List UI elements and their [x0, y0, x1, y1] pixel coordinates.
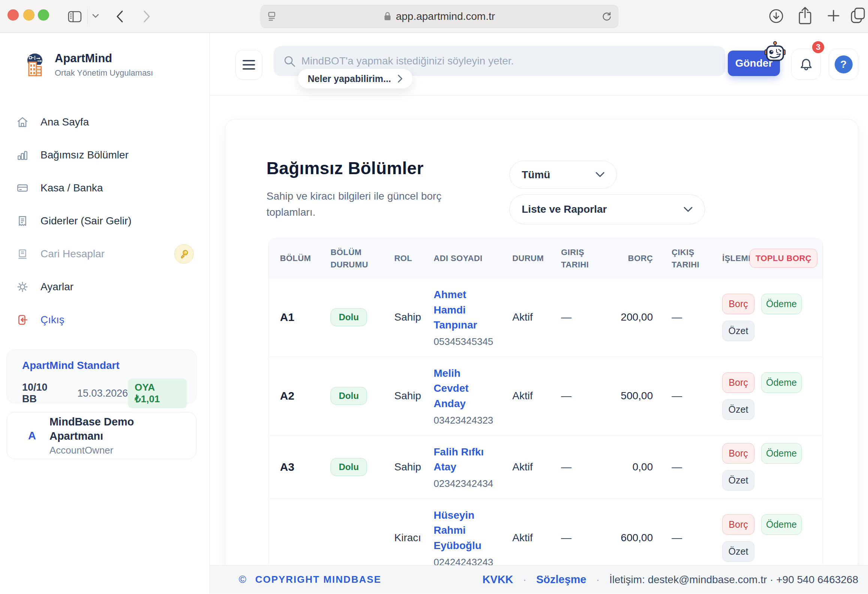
person-name-link[interactable]: Hüseyin Rahmi Eyüboğlu [434, 508, 497, 554]
sidebar-item-label: Giderler (Sair Gelir) [40, 215, 132, 227]
filter-dropdown-all[interactable]: Tümü [509, 161, 617, 189]
tabs-icon[interactable] [850, 7, 866, 24]
borc-button[interactable]: Borç [722, 514, 754, 535]
status-badge: Dolu [331, 458, 367, 476]
bar-chart-icon [16, 149, 28, 161]
cell-durum: Aktif [501, 461, 550, 473]
ozet-button[interactable]: Özet [722, 399, 754, 420]
page-subtitle: Sahip ve kiracı bilgileri ile güncel bor… [266, 188, 465, 221]
hint-pill-label: Neler yapabilirim... [308, 73, 391, 84]
home-icon [16, 116, 28, 128]
borc-button[interactable]: Borç [722, 294, 754, 314]
filter-dropdown-view[interactable]: Liste ve Raporlar [509, 194, 705, 224]
units-table: BÖLÜM BÖLÜM DURUMU ROL ADI SOYADI DURUM … [268, 238, 823, 594]
odeme-button[interactable]: Ödeme [761, 514, 802, 535]
sidebar-item-cikis[interactable]: Çıkış [0, 303, 210, 336]
plan-card[interactable]: ApartMind Standart 10/10 BB 15.03.2026 O… [7, 349, 196, 403]
new-tab-icon[interactable] [826, 9, 841, 23]
chevron-right-icon [398, 75, 403, 83]
ozet-button[interactable]: Özet [722, 321, 754, 341]
account-card[interactable]: A MindBase Demo Apartmanı AccountOwner [7, 412, 196, 459]
account-role: AccountOwner [49, 445, 145, 456]
cell-borc: 0,00 [606, 461, 653, 473]
sidebar: ApartMind Ortak Yönetim Uygulaması Ana S… [0, 33, 210, 594]
toplu-borc-badge[interactable]: TOPLU BORÇ [750, 249, 817, 268]
ozet-button[interactable]: Özet [722, 470, 754, 491]
col-bolum-durumu: BÖLÜM DURUMU [319, 246, 383, 271]
sidebar-item-label: Cari Hesaplar [40, 248, 105, 260]
person-name-link[interactable]: Falih Rıfkı Atay [434, 445, 497, 475]
hint-pill-button[interactable]: Neler yapabilirim... [298, 69, 413, 89]
odeme-button[interactable]: Ödeme [761, 443, 802, 464]
help-button[interactable]: ? [829, 49, 858, 80]
cell-rol: Sahip [383, 390, 422, 402]
table-row: A3 Dolu Sahip Falih Rıfkı Atay 023423424… [269, 435, 823, 498]
credit-card-icon [16, 182, 28, 194]
person-name-link[interactable]: Melih Cevdet Anday [434, 366, 497, 412]
plan-title: ApartMind Standart [22, 360, 120, 372]
mindbot-robot-icon [764, 41, 786, 62]
chevron-down-icon [684, 207, 693, 212]
copyright-icon: © [239, 574, 246, 585]
app-subtitle: Ortak Yönetim Uygulaması [55, 68, 153, 78]
status-badge: Dolu [331, 387, 367, 405]
reload-icon[interactable] [602, 11, 612, 22]
bagimsiz-bolumler-card: Bağımsız Bölümler Sahip ve kiracı bilgil… [225, 119, 858, 594]
notification-count-badge: 3 [811, 40, 825, 54]
borc-button[interactable]: Borç [722, 372, 754, 393]
logout-icon [16, 314, 28, 326]
sidebar-item-giderler[interactable]: Giderler (Sair Gelir) [0, 204, 210, 237]
odeme-button[interactable]: Ödeme [761, 294, 802, 314]
ozet-button[interactable]: Özet [722, 541, 754, 562]
cell-giris: — [550, 390, 606, 402]
copyright-text: COPYRIGHT MINDBASE [255, 574, 381, 585]
cell-giris: — [550, 311, 606, 323]
hamburger-icon [242, 60, 255, 70]
gear-icon [16, 281, 28, 293]
cell-giris: — [550, 461, 606, 473]
close-window-button[interactable] [7, 9, 19, 21]
footer-separator: · [596, 574, 599, 586]
apartmind-logo [24, 53, 46, 76]
odeme-button[interactable]: Ödeme [761, 372, 802, 393]
url-text[interactable]: app.apartmind.com.tr [396, 10, 495, 22]
sidebar-item-label: Kasa / Banka [40, 182, 103, 194]
sidebar-item-ana-sayfa[interactable]: Ana Sayfa [0, 106, 210, 139]
col-adi-soyadi: ADI SOYADI [422, 252, 501, 264]
sidebar-item-bagimsiz-bolumler[interactable]: Bağımsız Bölümler [0, 139, 210, 172]
cell-cikis: — [653, 532, 703, 544]
plan-expiry-date: 15.03.2026 [77, 388, 128, 399]
browser-chrome: app.apartmind.com.tr [0, 0, 868, 33]
kvkk-link[interactable]: KVKK [482, 573, 513, 586]
share-icon[interactable] [797, 6, 813, 25]
cell-borc: 500,00 [606, 390, 653, 402]
address-bar[interactable]: app.apartmind.com.tr [260, 5, 618, 28]
sidebar-item-ayarlar[interactable]: Ayarlar [0, 270, 210, 303]
zoom-window-button[interactable] [38, 9, 49, 21]
sidebar-item-label: Ayarlar [40, 281, 73, 293]
sidebar-item-cari-hesaplar[interactable]: Cari Hesaplar [0, 237, 210, 270]
col-giris-tarihi: GIRIŞ TARIHI [550, 246, 606, 271]
download-icon[interactable] [768, 8, 784, 24]
forward-icon[interactable] [143, 10, 151, 23]
sozlesme-link[interactable]: Sözleşme [536, 573, 587, 586]
plan-units: 10/10 BB [22, 382, 63, 405]
footer: © COPYRIGHT MINDBASE KVKK · Sözleşme · İ… [210, 565, 868, 594]
cell-borc: 200,00 [606, 311, 653, 323]
minimize-window-button[interactable] [23, 9, 34, 21]
sidebar-toggle-icon[interactable] [68, 11, 82, 22]
page-title: Bağımsız Bölümler [266, 158, 424, 178]
person-phone: 05345345345 [434, 336, 501, 348]
cell-durum: Aktif [501, 532, 550, 544]
person-name-link[interactable]: Ahmet Hamdi Tanpınar [434, 287, 497, 333]
borc-button[interactable]: Borç [722, 443, 754, 464]
cell-durum: Aktif [501, 390, 550, 402]
plan-oya-badge: OYA ₺1,01 [128, 378, 187, 408]
chevron-down-icon[interactable] [92, 14, 99, 18]
main-content: Neler yapabilirim... Gönder 3 ? [210, 33, 868, 594]
menu-toggle-button[interactable] [235, 50, 262, 80]
sidebar-item-label: Ana Sayfa [40, 116, 89, 128]
search-icon [283, 55, 296, 68]
back-icon[interactable] [115, 10, 124, 23]
sidebar-item-kasa-banka[interactable]: Kasa / Banka [0, 172, 210, 204]
